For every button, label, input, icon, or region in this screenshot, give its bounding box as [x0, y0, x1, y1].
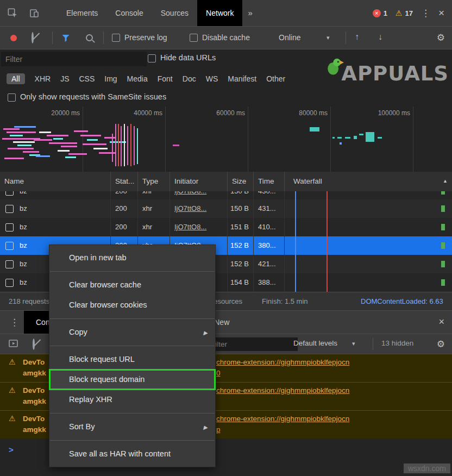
request-initiator-link[interactable]: IjO7ttO8... — [174, 204, 206, 212]
filter-manifest[interactable]: Manifest — [228, 74, 256, 83]
menu-item-clear-browser-cookies[interactable]: Clear browser cookies — [49, 295, 215, 315]
submenu-arrow-icon: ▶ — [203, 417, 208, 437]
console-filter-input[interactable] — [206, 337, 298, 351]
filter-img[interactable]: Img — [104, 74, 117, 83]
extension-url-link[interactable]: chrome-extension://gighmmpiobklfepjocn — [216, 358, 349, 366]
throttling-select[interactable]: Online — [279, 33, 300, 42]
warning-count-badge[interactable]: ⚠ 17 — [395, 9, 413, 17]
request-time: 380... — [254, 236, 285, 255]
hide-data-urls-checkbox[interactable] — [148, 54, 156, 62]
timeline-gridline — [413, 107, 413, 172]
samesite-checkbox[interactable] — [8, 93, 16, 102]
message-text: DevTo — [23, 415, 45, 423]
column-header-name[interactable]: Name — [0, 172, 111, 191]
inspect-element-icon[interactable] — [8, 8, 17, 18]
request-initiator-link[interactable]: IjO7ttO8... — [174, 191, 206, 195]
log-levels-select[interactable]: Default levels — [293, 339, 337, 347]
network-settings-gear-icon[interactable]: ⚙ — [437, 32, 445, 43]
menu-item-open-in-new-tab[interactable]: Open in new tab — [49, 248, 215, 268]
column-header-initiator[interactable]: Initiator — [170, 172, 228, 191]
row-checkbox[interactable] — [5, 223, 14, 231]
console-sidebar-icon[interactable] — [9, 339, 18, 350]
export-har-icon[interactable]: ↓ — [378, 32, 382, 42]
row-checkbox[interactable] — [5, 242, 14, 250]
message-text: amgkk — [23, 425, 46, 434]
column-header-type[interactable]: Type — [138, 172, 170, 191]
disable-cache-label: Disable cache — [202, 33, 250, 42]
network-overview-timeline[interactable]: 20000 ms 40000 ms 60000 ms 80000 ms 1000… — [0, 107, 452, 172]
network-filter-input[interactable] — [1, 52, 147, 66]
more-tabs-icon[interactable]: » — [242, 0, 258, 26]
request-waterfall — [285, 236, 452, 255]
extension-url-link[interactable]: chrome-extension://gighmmpiobklfepjocn — [216, 415, 349, 423]
request-time: 410... — [254, 218, 285, 236]
filter-font[interactable]: Font — [158, 74, 173, 83]
request-name: bz — [20, 199, 27, 218]
chevron-down-icon: ▾ — [327, 34, 330, 41]
extension-url-link-continuation[interactable]: p — [216, 425, 221, 434]
filter-icon[interactable] — [62, 34, 70, 44]
filter-other[interactable]: Other — [266, 74, 285, 83]
console-prompt-chevron-icon: > — [9, 445, 14, 454]
clear-console-icon[interactable] — [33, 339, 35, 350]
menu-item-copy[interactable]: Copy▶ — [49, 322, 215, 342]
site-watermark: wsxdn.com — [404, 464, 450, 473]
tab-network[interactable]: Network — [197, 0, 242, 26]
request-status: 200 — [111, 218, 138, 236]
filter-ws[interactable]: WS — [206, 74, 218, 83]
tab-sources[interactable]: Sources — [152, 0, 197, 26]
preserve-log-checkbox[interactable] — [112, 34, 120, 42]
disable-cache-checkbox[interactable] — [190, 34, 198, 42]
context-menu: Open in new tab Clear browser cache Clea… — [49, 245, 216, 467]
column-header-time[interactable]: Time — [254, 172, 285, 191]
extension-url-link[interactable]: chrome-extension://gighmmpiobklfepjocn — [216, 386, 349, 394]
close-devtools-icon[interactable]: × — [438, 7, 444, 19]
menu-item-block-request-url[interactable]: Block request URL — [49, 349, 215, 369]
menu-separator — [50, 346, 215, 346]
device-toolbar-icon[interactable] — [29, 8, 39, 18]
import-har-icon[interactable]: ↑ — [355, 32, 359, 42]
error-count-badge[interactable]: × 1 — [373, 9, 387, 17]
menu-item-sort-by[interactable]: Sort By▶ — [49, 417, 215, 437]
tab-console[interactable]: Console — [106, 0, 152, 26]
request-type: xhr — [138, 191, 170, 199]
search-icon[interactable] — [86, 34, 93, 41]
row-checkbox[interactable] — [5, 260, 14, 268]
menu-item-replay-xhr[interactable]: Replay XHR — [49, 390, 215, 410]
request-name: bz — [20, 255, 27, 273]
more-options-icon[interactable]: ⋮ — [421, 8, 430, 19]
clipped-table-row[interactable]: bz 200 xhr IjO7ttO8... 150 B 430... — [0, 191, 452, 199]
filter-media[interactable]: Media — [127, 74, 148, 83]
column-header-size[interactable]: Size — [228, 172, 254, 191]
menu-item-label: Copy — [69, 328, 87, 336]
tab-elements[interactable]: Elements — [58, 0, 106, 26]
column-header-status[interactable]: Stat... — [111, 172, 138, 191]
request-name: bz — [20, 273, 27, 292]
filter-all[interactable]: All — [7, 73, 25, 84]
request-initiator-link[interactable]: IjO7ttO8... — [174, 223, 206, 231]
record-network-log-icon[interactable] — [10, 35, 17, 41]
console-settings-gear-icon[interactable]: ⚙ — [437, 339, 445, 350]
row-checkbox[interactable] — [5, 279, 14, 287]
drawer-menu-icon[interactable]: ⋮ — [10, 317, 19, 328]
table-row[interactable]: bz 200 xhr IjO7ttO8... 151 B 410... — [0, 218, 452, 236]
extension-url-link-continuation[interactable]: 0 — [216, 369, 221, 377]
row-checkbox[interactable] — [5, 191, 14, 196]
filter-css[interactable]: CSS — [79, 74, 95, 83]
clear-network-log-icon[interactable] — [32, 32, 34, 43]
menu-item-clear-browser-cache[interactable]: Clear browser cache — [49, 275, 215, 295]
waterfall-bar — [441, 279, 445, 286]
filter-js[interactable]: JS — [60, 74, 69, 83]
column-header-waterfall[interactable]: Waterfall▲ — [285, 172, 452, 191]
filter-xhr[interactable]: XHR — [35, 74, 51, 83]
request-size: 150 B — [228, 199, 254, 218]
row-checkbox[interactable] — [5, 205, 14, 213]
filter-doc[interactable]: Doc — [183, 74, 196, 83]
table-row[interactable]: bz 200 xhr IjO7ttO8... 150 B 431... — [0, 199, 452, 218]
hide-data-urls-label: Hide data URLs — [160, 53, 216, 62]
close-drawer-icon[interactable]: × — [438, 316, 444, 328]
menu-item-block-request-domain[interactable]: Block request domain — [49, 369, 215, 390]
load-event-line — [327, 191, 328, 292]
menu-item-save-all-as-har[interactable]: Save all as HAR with content — [49, 444, 215, 464]
timeline-gridline — [83, 107, 83, 172]
